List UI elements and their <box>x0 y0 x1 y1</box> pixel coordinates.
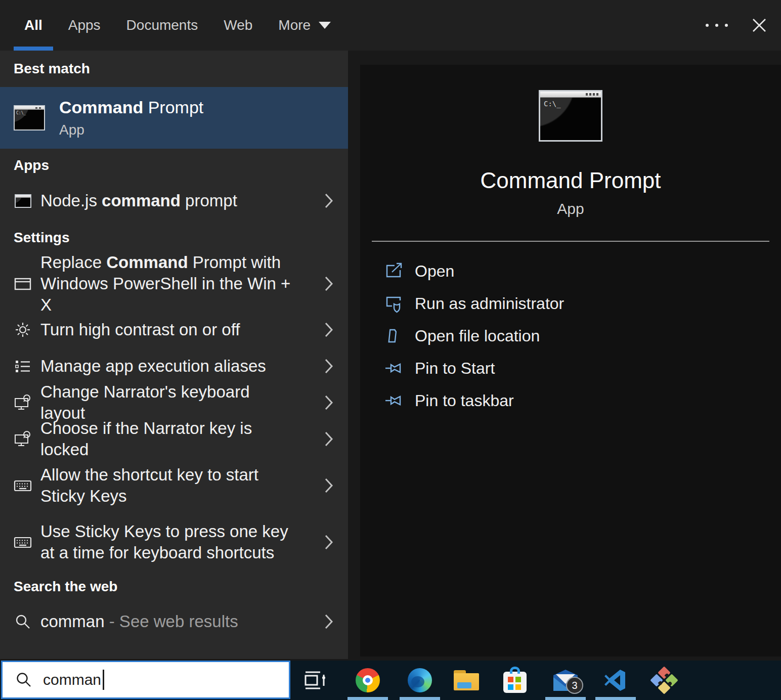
expand-chevron-right-icon[interactable] <box>324 534 334 551</box>
settings-header-label: Settings <box>14 230 69 246</box>
result-label: Replace Command Prompt with Windows Powe… <box>40 252 296 316</box>
narrator-icon <box>14 393 32 412</box>
chrome-icon <box>356 668 380 692</box>
close-icon <box>751 17 767 33</box>
more-options-button[interactable] <box>702 11 731 40</box>
tab-more[interactable]: More <box>268 0 341 51</box>
tab-documents-label: Documents <box>126 17 198 33</box>
settings-section-header: Settings <box>0 220 348 256</box>
result-label: Choose if the Narrator key is locked <box>40 418 296 460</box>
expand-chevron-right-icon[interactable] <box>324 275 334 292</box>
search-web-header-label: Search the web <box>14 579 117 595</box>
open-icon <box>384 261 404 281</box>
chevron-down-icon <box>319 22 331 29</box>
file-explorer-icon <box>454 670 479 690</box>
result-label: Use Sticky Keys to press one key at a ti… <box>40 521 296 563</box>
result-choose-narrator-key-locked[interactable]: Choose if the Narrator key is locked <box>0 421 348 457</box>
result-allow-shortcut-sticky-keys[interactable]: Allow the shortcut key to start Sticky K… <box>0 457 348 514</box>
result-label: Turn high contrast on or off <box>40 319 296 340</box>
search-web-section-header: Search the web <box>0 571 348 603</box>
running-indicator <box>348 697 388 700</box>
start-search-flyout: All Apps Documents Web More <box>0 0 781 700</box>
task-view-button[interactable] <box>290 661 339 700</box>
tab-documents[interactable]: Documents <box>116 0 209 51</box>
pin-icon <box>384 359 404 378</box>
expand-chevron-right-icon[interactable] <box>324 394 334 411</box>
expand-chevron-right-icon[interactable] <box>324 477 334 494</box>
search-filter-tabs: All Apps Documents Web More <box>0 0 781 51</box>
action-pin-to-start[interactable]: Pin to Start <box>360 352 781 384</box>
tab-all[interactable]: All <box>14 0 53 51</box>
expand-chevron-right-icon[interactable] <box>324 358 334 375</box>
best-match-header-label: Best match <box>14 61 90 77</box>
action-open-file-location[interactable]: Open file location <box>360 320 781 352</box>
preview-subtitle: App <box>557 200 584 217</box>
action-run-as-administrator[interactable]: Run as administrator <box>360 287 781 320</box>
tab-web-label: Web <box>224 17 252 33</box>
task-view-icon <box>303 669 326 692</box>
ellipsis-icon <box>706 24 728 27</box>
result-manage-app-execution-aliases[interactable]: Manage app execution aliases <box>0 348 348 384</box>
context-actions: Open Run as administrator Open file l <box>360 255 781 417</box>
tab-apps-label: Apps <box>68 17 101 33</box>
list-icon <box>14 357 32 375</box>
apps-section-header: Apps <box>0 149 348 182</box>
best-match-subtitle: App <box>59 122 203 138</box>
tab-apps[interactable]: Apps <box>58 0 111 51</box>
result-change-narrator-keyboard-layout[interactable]: Change Narrator's keyboard layout <box>0 384 348 421</box>
best-match-header: Best match <box>0 51 348 87</box>
edge-icon <box>408 668 432 692</box>
action-label: Pin to taskbar <box>415 391 514 410</box>
result-use-sticky-keys[interactable]: Use Sticky Keys to press one key at a ti… <box>0 514 348 571</box>
running-indicator <box>595 697 636 700</box>
action-label: Run as administrator <box>415 294 564 313</box>
apps-header-label: Apps <box>14 157 49 173</box>
pin-icon <box>384 391 404 410</box>
edge-button[interactable] <box>396 661 444 700</box>
search-icon <box>14 613 32 631</box>
result-label: comman - See web results <box>40 611 296 632</box>
shield-window-icon <box>384 294 404 313</box>
chrome-button[interactable] <box>343 661 392 700</box>
window-controls <box>702 0 774 51</box>
expand-chevron-right-icon[interactable] <box>324 430 334 448</box>
result-replace-command-prompt-powershell[interactable]: Replace Command Prompt with Windows Powe… <box>0 256 348 312</box>
microsoft-store-icon <box>503 672 527 693</box>
result-label: Node.js command prompt <box>40 190 296 211</box>
command-prompt-icon: C:\_ <box>14 105 45 130</box>
action-open[interactable]: Open <box>360 255 781 287</box>
expand-chevron-right-icon[interactable] <box>324 321 334 338</box>
git-extensions-button[interactable] <box>640 661 688 700</box>
result-nodejs-command-prompt[interactable]: Node.js command prompt <box>0 182 348 220</box>
brightness-icon <box>14 321 32 339</box>
tab-web[interactable]: Web <box>213 0 263 51</box>
divider <box>372 241 769 242</box>
microsoft-store-button[interactable] <box>491 661 539 700</box>
search-results-panel: Best match C:\_ Command Prompt App Apps … <box>0 51 348 659</box>
text-cursor <box>103 670 104 690</box>
search-input[interactable]: comman <box>1 661 290 699</box>
git-extensions-icon <box>652 668 677 693</box>
search-icon <box>15 671 32 688</box>
mail-badge: 3 <box>566 677 583 694</box>
action-label: Open file location <box>415 327 540 345</box>
file-explorer-button[interactable] <box>442 661 491 700</box>
expand-chevron-right-icon[interactable] <box>324 613 334 630</box>
result-web-search-comman[interactable]: comman - See web results <box>0 603 348 640</box>
command-prompt-icon-large: C:\_ <box>539 90 602 142</box>
running-indicator <box>400 697 440 700</box>
tab-more-label: More <box>278 17 311 33</box>
running-indicator <box>545 697 586 700</box>
vscode-button[interactable] <box>591 661 640 700</box>
expand-chevron-right-icon[interactable] <box>324 192 334 209</box>
keyboard-icon <box>14 533 32 551</box>
close-button[interactable] <box>745 11 774 40</box>
mail-button[interactable]: 3 <box>541 661 590 700</box>
result-best-match-command-prompt[interactable]: C:\_ Command Prompt App <box>0 87 348 149</box>
narrator-icon <box>14 430 32 448</box>
keyboard-icon <box>14 476 32 495</box>
action-pin-to-taskbar[interactable]: Pin to taskbar <box>360 384 781 417</box>
result-turn-high-contrast[interactable]: Turn high contrast on or off <box>0 312 348 348</box>
preview-panel: C:\_ Command Prompt App Open <box>360 65 781 657</box>
mail-icon: 3 <box>552 669 579 692</box>
